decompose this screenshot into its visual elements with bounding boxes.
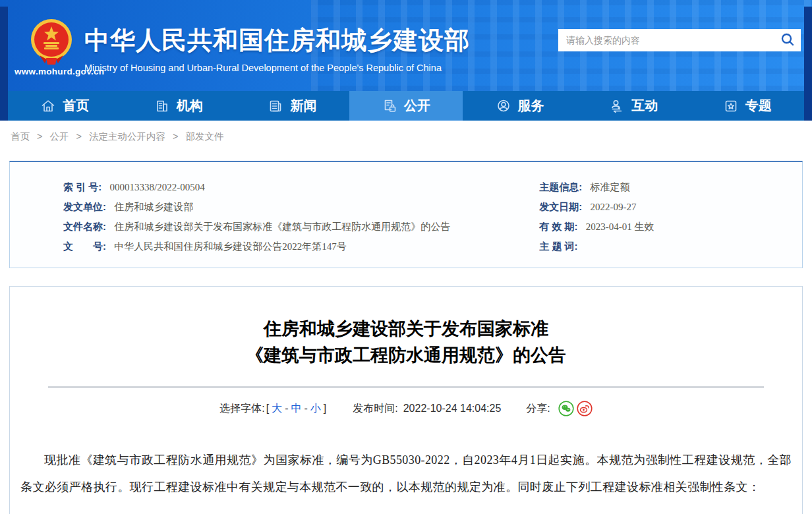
font-size-large-link[interactable]: 大 <box>272 402 282 416</box>
meta-row-index-number: 索 引 号: 000013338/2022-00504 <box>63 177 501 197</box>
nav-item-org[interactable]: 机构 <box>122 91 236 121</box>
nav-label: 公开 <box>404 97 430 115</box>
breadcrumb-statutory-content[interactable]: 法定主动公开内容 <box>89 131 165 142</box>
meta-value: 2022-09-27 <box>590 202 636 212</box>
font-size-medium-link[interactable]: 中 <box>291 402 301 416</box>
meta-row-issue-date: 发文日期: 2022-09-27 <box>539 197 802 217</box>
meta-row-document-number: 文 号: 中华人民共和国住房和城乡建设部公告2022年第147号 <box>63 237 501 256</box>
nav-item-service[interactable]: 服务 <box>463 91 577 121</box>
interaction-icon <box>609 98 625 114</box>
search-icon <box>780 32 795 49</box>
article-title: 住房和城乡建设部关于发布国家标准 《建筑与市政工程防水通用规范》的公告 <box>10 316 802 368</box>
meta-row-issuing-unit: 发文单位: 住房和城乡建设部 <box>63 197 501 217</box>
nav-item-interact[interactable]: 互动 <box>577 91 691 121</box>
wechat-share-icon[interactable] <box>558 401 574 416</box>
news-icon <box>268 98 283 114</box>
title-divider <box>48 386 764 388</box>
left-edge-strip <box>0 7 8 121</box>
article-box: 住房和城乡建设部关于发布国家标准 《建筑与市政工程防水通用规范》的公告 选择字体… <box>9 286 803 514</box>
organization-icon <box>154 98 170 114</box>
breadcrumb: 首页 > 公开 > 法定主动公开内容 > 部发文件 <box>11 130 812 143</box>
meta-label: 文 号: <box>63 241 106 252</box>
breadcrumb-ministry-documents[interactable]: 部发文件 <box>186 131 224 142</box>
meta-row-topic-info: 主题信息: 标准定额 <box>539 177 802 197</box>
breadcrumb-separator: > <box>76 131 82 142</box>
site-header: www.mohurd.gov.cn 中华人民共和国住房和城乡建设部 Minist… <box>0 0 812 91</box>
bracket-close: ] <box>324 403 326 414</box>
font-size-label: 选择字体: <box>219 402 264 416</box>
search-box <box>558 29 801 51</box>
nav-label: 服务 <box>518 97 544 115</box>
nav-item-disclosure[interactable]: 公开 <box>349 91 463 121</box>
bracket-open: [ <box>266 403 269 414</box>
nav-item-home[interactable]: 首页 <box>8 91 122 121</box>
meta-value: 标准定额 <box>590 182 629 192</box>
search-button[interactable] <box>774 29 801 51</box>
breadcrumb-separator: > <box>37 131 42 142</box>
home-icon <box>40 98 56 114</box>
meta-label: 发文单位: <box>63 201 106 212</box>
document-meta-box: 索 引 号: 000013338/2022-00504 发文单位: 住房和城乡建… <box>9 161 803 268</box>
site-title-en: Ministry of Housing and Urban-Rural Deve… <box>84 63 470 73</box>
meta-value: 中华人民共和国住房和城乡建设部公告2022年第147号 <box>114 241 347 252</box>
font-size-small-link[interactable]: 小 <box>310 402 321 416</box>
nav-item-topics[interactable]: 专题 <box>690 91 804 121</box>
right-edge-strip <box>804 7 812 121</box>
meta-value: 住房和城乡建设部关于发布国家标准《建筑与市政工程防水通用规范》的公告 <box>114 221 450 232</box>
search-input[interactable] <box>558 29 774 51</box>
meta-label: 文件名称: <box>63 221 106 232</box>
site-title-cn: 中华人民共和国住房和城乡建设部 <box>84 24 470 57</box>
meta-value: 住房和城乡建设部 <box>114 202 193 212</box>
topics-icon <box>723 98 739 114</box>
meta-label: 发文日期: <box>539 201 582 212</box>
meta-column-left: 索 引 号: 000013338/2022-00504 发文单位: 住房和城乡建… <box>10 177 501 256</box>
meta-label: 主 题 词: <box>539 241 577 252</box>
meta-label: 索 引 号: <box>63 181 102 192</box>
brand-block: 中华人民共和国住房和城乡建设部 Ministry of Housing and … <box>84 24 470 73</box>
nav-label: 机构 <box>177 97 203 115</box>
dash: - <box>285 403 288 414</box>
nav-label: 首页 <box>63 97 89 115</box>
publish-time-value: 2022-10-24 14:04:25 <box>403 403 502 414</box>
disclosure-icon <box>382 98 397 114</box>
national-emblem-logo <box>30 18 72 67</box>
meta-label: 主题信息: <box>539 181 582 192</box>
meta-column-right: 主题信息: 标准定额 发文日期: 2022-09-27 有 效 期: 2023-… <box>501 177 802 256</box>
service-icon <box>496 98 511 114</box>
breadcrumb-separator: > <box>173 131 178 142</box>
dash: - <box>304 403 307 414</box>
nav-label: 专题 <box>745 97 772 115</box>
article-body-paragraph: 现批准《建筑与市政工程防水通用规范》为国家标准，编号为GB55030-2022，… <box>10 447 802 501</box>
meta-row-effective-date: 有 效 期: 2023-04-01 生效 <box>539 217 802 237</box>
meta-row-document-title: 文件名称: 住房和城乡建设部关于发布国家标准《建筑与市政工程防水通用规范》的公告 <box>63 217 501 237</box>
breadcrumb-disclosure[interactable]: 公开 <box>50 131 69 142</box>
site-header-wrap: www.mohurd.gov.cn 中华人民共和国住房和城乡建设部 Minist… <box>0 0 812 121</box>
nav-item-news[interactable]: 新闻 <box>235 91 349 121</box>
meta-value: 2023-04-01 生效 <box>586 221 654 232</box>
publish-time-label: 发布时间: <box>353 402 397 416</box>
weibo-share-icon[interactable] <box>577 401 593 416</box>
article-title-line2: 《建筑与市政工程防水通用规范》的公告 <box>10 342 802 368</box>
page: www.mohurd.gov.cn 中华人民共和国住房和城乡建设部 Minist… <box>0 0 812 514</box>
share-label: 分享: <box>526 402 550 416</box>
nav-label: 互动 <box>631 97 658 115</box>
meta-label: 有 效 期: <box>539 221 577 232</box>
article-title-line1: 住房和城乡建设部关于发布国家标准 <box>10 316 802 342</box>
nav-label: 新闻 <box>290 97 316 115</box>
meta-row-keywords: 主 题 词: <box>539 237 802 256</box>
article-meta-row: 选择字体: [ 大 - 中 - 小 ] 发布时间: 2022-10-24 14:… <box>10 401 802 416</box>
meta-value: 000013338/2022-00504 <box>110 182 205 192</box>
main-nav: 首页 机构 新闻 公开 <box>8 91 804 121</box>
breadcrumb-home[interactable]: 首页 <box>11 131 30 142</box>
